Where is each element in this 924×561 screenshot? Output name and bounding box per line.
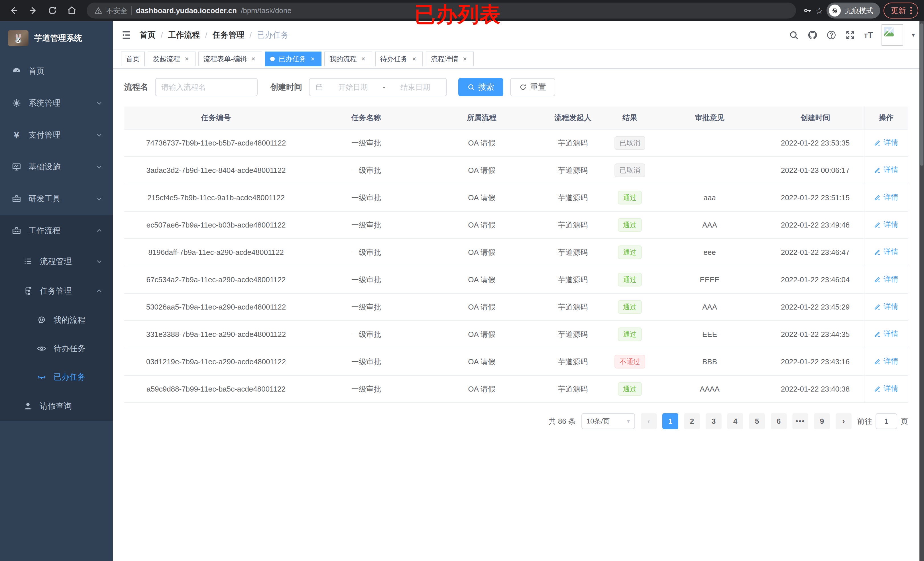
- page-scrollbar[interactable]: [920, 21, 924, 561]
- tags-view-bar: 首页 发起流程× 流程表单-编辑× 已办任务× 我的流程× 待办任务× 流程详情…: [113, 49, 924, 69]
- detail-link[interactable]: 详情: [874, 165, 898, 175]
- browser-home-icon[interactable]: [64, 3, 80, 18]
- sidebar-item-my-process[interactable]: 我的流程: [0, 306, 113, 334]
- detail-link[interactable]: 详情: [874, 274, 898, 284]
- sidebar-item-task-mgmt[interactable]: 任务管理: [0, 276, 113, 306]
- avatar-caret-icon[interactable]: ▾: [912, 31, 915, 39]
- goto-page-input[interactable]: [876, 413, 897, 429]
- toolbox-icon: [11, 194, 22, 204]
- browser-reload-icon[interactable]: [45, 3, 60, 18]
- scrollbar-thumb[interactable]: [920, 23, 923, 166]
- col-task-name: 任务名称: [308, 106, 424, 129]
- calendar-icon: [315, 83, 323, 91]
- search-button[interactable]: 搜索: [458, 78, 503, 96]
- close-icon[interactable]: ×: [309, 55, 316, 63]
- result-badge: 通过: [618, 191, 642, 205]
- detail-link[interactable]: 详情: [874, 247, 898, 257]
- incognito-badge: 无痕模式: [826, 3, 880, 18]
- close-icon[interactable]: ×: [250, 55, 257, 63]
- breadcrumb-home[interactable]: 首页: [140, 30, 156, 40]
- more-pages-button[interactable]: •••: [792, 413, 808, 429]
- close-icon[interactable]: ×: [461, 55, 468, 63]
- detail-link[interactable]: 详情: [874, 384, 898, 393]
- help-icon[interactable]: [826, 30, 837, 40]
- app-logo[interactable]: 🐰 芋道管理系统: [0, 21, 113, 55]
- avatar[interactable]: [882, 24, 903, 46]
- tab-start-process[interactable]: 发起流程×: [148, 52, 195, 66]
- sidebar-item-home[interactable]: 首页: [0, 55, 113, 87]
- tab-form-edit[interactable]: 流程表单-编辑×: [198, 52, 262, 66]
- result-badge: 已取消: [615, 163, 645, 177]
- browser-forward-icon[interactable]: [25, 3, 41, 18]
- prev-page-button[interactable]: ‹: [641, 413, 657, 429]
- bookmark-star-icon[interactable]: ☆: [815, 6, 823, 16]
- font-size-icon[interactable]: TT: [864, 30, 873, 40]
- tab-process-detail[interactable]: 流程详情×: [426, 52, 474, 66]
- sidebar-menu: 首页 系统管理 ¥ 支付管理 基础设施: [0, 55, 113, 421]
- col-create-time: 创建时间: [766, 106, 864, 129]
- sidebar-item-workflow[interactable]: 工作流程: [0, 215, 113, 247]
- table-row: 67c534a2-7b9a-11ec-a290-acde48001122一级审批…: [124, 266, 908, 293]
- github-icon[interactable]: [807, 30, 818, 40]
- search-icon[interactable]: [789, 30, 799, 40]
- sidebar-item-process-mgmt[interactable]: 流程管理: [0, 247, 113, 276]
- pagination: 共 86 条 10条/页 ▾ ‹ 1 2 3 4 5 6 ••• 9 ›: [124, 413, 908, 429]
- sidebar-item-todo-tasks[interactable]: 待办任务: [0, 334, 113, 363]
- detail-link[interactable]: 详情: [874, 356, 898, 366]
- chevron-up-icon: [96, 287, 103, 295]
- browser-back-icon[interactable]: [6, 3, 22, 18]
- process-name-input[interactable]: [155, 78, 258, 96]
- password-key-icon[interactable]: [803, 6, 812, 15]
- page-size-select[interactable]: 10条/页 ▾: [581, 413, 635, 429]
- fullscreen-icon[interactable]: [845, 30, 855, 40]
- sidebar-item-infra[interactable]: 基础设施: [0, 151, 113, 183]
- end-date-placeholder: 结束日期: [390, 82, 441, 92]
- security-label[interactable]: 不安全: [106, 6, 128, 15]
- detail-link[interactable]: 详情: [874, 192, 898, 202]
- chevron-up-icon: [96, 227, 103, 234]
- sidebar-item-payment[interactable]: ¥ 支付管理: [0, 119, 113, 151]
- app-title: 芋道管理系统: [34, 33, 82, 43]
- detail-link[interactable]: 详情: [874, 220, 898, 229]
- chrome-update-button[interactable]: 更新: [884, 3, 918, 18]
- page-button-1[interactable]: 1: [662, 413, 678, 429]
- tab-done-tasks[interactable]: 已办任务×: [265, 52, 321, 66]
- page-button-9[interactable]: 9: [814, 413, 830, 429]
- detail-link[interactable]: 详情: [874, 138, 898, 148]
- close-icon[interactable]: ×: [360, 55, 367, 63]
- table-row: 53026aa5-7b9a-11ec-a290-acde48001122一级审批…: [124, 293, 908, 321]
- incognito-label: 无痕模式: [845, 6, 873, 15]
- sidebar-item-devtools[interactable]: 研发工具: [0, 183, 113, 215]
- tab-home[interactable]: 首页: [121, 52, 145, 66]
- close-icon[interactable]: ×: [183, 55, 190, 63]
- done-task-table: 任务编号 任务名称 所属流程 流程发起人 结果 审批意见 创建时间 操作: [124, 106, 913, 403]
- detail-link[interactable]: 详情: [874, 329, 898, 339]
- tab-todo-tasks[interactable]: 待办任务×: [375, 52, 423, 66]
- filter-form: 流程名 创建时间 开始日期 - 结束日期 搜索 重: [124, 78, 913, 96]
- chevron-down-icon: [96, 258, 103, 265]
- page-button-2[interactable]: 2: [684, 413, 700, 429]
- breadcrumb-workflow[interactable]: 工作流程: [168, 30, 200, 40]
- col-result: 结果: [607, 106, 652, 129]
- page-button-6[interactable]: 6: [771, 413, 787, 429]
- sidebar-item-system[interactable]: 系统管理: [0, 87, 113, 119]
- tab-my-process[interactable]: 我的流程×: [324, 52, 372, 66]
- chrome-menu-icon[interactable]: [909, 7, 913, 14]
- detail-link[interactable]: 详情: [874, 302, 898, 311]
- page-button-3[interactable]: 3: [706, 413, 722, 429]
- result-badge: 不通过: [615, 355, 645, 368]
- page-button-4[interactable]: 4: [728, 413, 743, 429]
- reset-button[interactable]: 重置: [510, 78, 555, 96]
- sidebar-item-leave-query[interactable]: 请假查询: [0, 391, 113, 421]
- chevron-down-icon: [96, 100, 103, 106]
- next-page-button[interactable]: ›: [836, 413, 852, 429]
- sidebar-fold-icon[interactable]: [121, 30, 132, 40]
- breadcrumb-task-mgmt[interactable]: 任务管理: [213, 30, 244, 40]
- range-separator: -: [383, 83, 386, 92]
- eye-closed-icon: [36, 372, 47, 382]
- close-icon[interactable]: ×: [410, 55, 418, 63]
- page-button-5[interactable]: 5: [749, 413, 765, 429]
- sidebar-item-done-tasks[interactable]: 已办任务: [0, 363, 113, 391]
- date-range-picker[interactable]: 开始日期 - 结束日期: [309, 78, 447, 96]
- dashboard-icon: [11, 66, 22, 76]
